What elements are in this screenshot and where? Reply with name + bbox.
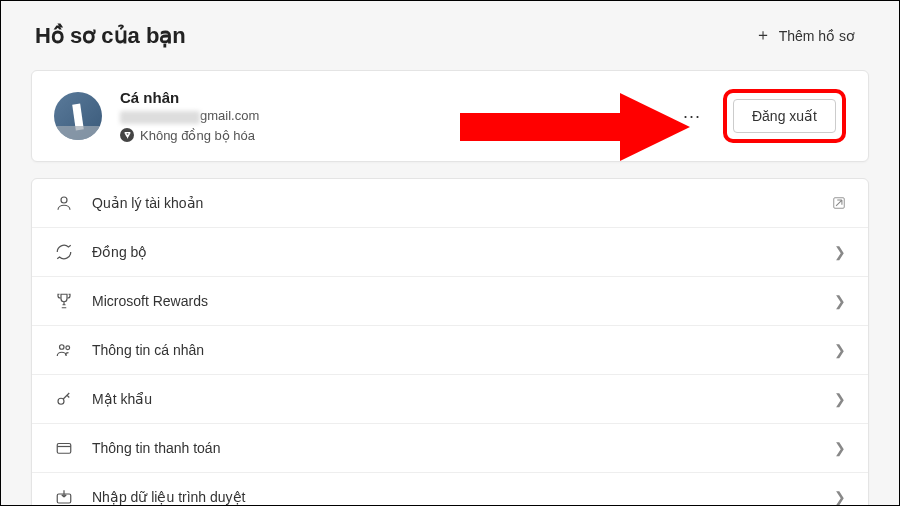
profile-info: Cá nhân gmail.com ⛛ Không đồng bộ hóa [120,89,675,142]
profile-card: Cá nhân gmail.com ⛛ Không đồng bộ hóa ··… [31,70,869,162]
menu-item-password[interactable]: Mật khẩu ❯ [32,375,868,424]
menu-item-sync[interactable]: Đồng bộ ❯ [32,228,868,277]
email-suffix: gmail.com [200,108,259,123]
menu-label: Thông tin cá nhân [92,342,834,358]
chevron-right-icon: ❯ [834,489,846,505]
logout-button[interactable]: Đăng xuất [733,99,836,133]
menu-label: Thông tin thanh toán [92,440,834,456]
svg-point-6 [58,398,64,404]
more-options-button[interactable]: ··· [675,108,709,125]
add-profile-label: Thêm hồ sơ [779,28,855,44]
chevron-right-icon: ❯ [834,440,846,456]
menu-item-rewards[interactable]: Microsoft Rewards ❯ [32,277,868,326]
menu-item-import[interactable]: Nhập dữ liệu trình duyệt ❯ [32,473,868,506]
email-redacted [120,111,200,124]
menu-label: Nhập dữ liệu trình duyệt [92,489,834,505]
contact-icon [54,340,74,360]
menu-label: Microsoft Rewards [92,293,834,309]
chevron-right-icon: ❯ [834,244,846,260]
svg-point-2 [61,197,67,203]
sync-icon [54,242,74,262]
plus-icon: ＋ [755,25,771,46]
person-icon [54,193,74,213]
key-icon [54,389,74,409]
menu-label: Mật khẩu [92,391,834,407]
settings-menu: Quản lý tài khoản Đồng bộ ❯ Microsoft Re… [31,178,869,506]
svg-point-5 [66,346,70,350]
trophy-icon [54,291,74,311]
menu-label: Quản lý tài khoản [92,195,832,211]
menu-label: Đồng bộ [92,244,834,260]
external-link-icon [832,196,846,210]
card-icon [54,438,74,458]
profile-email: gmail.com [120,108,675,123]
menu-item-personal-info[interactable]: Thông tin cá nhân ❯ [32,326,868,375]
chevron-right-icon: ❯ [834,342,846,358]
add-profile-button[interactable]: ＋ Thêm hồ sơ [745,19,865,52]
sync-status-text: Không đồng bộ hóa [140,128,255,143]
import-icon [54,487,74,506]
svg-rect-7 [57,444,71,454]
profile-name: Cá nhân [120,89,675,106]
menu-item-payment[interactable]: Thông tin thanh toán ❯ [32,424,868,473]
menu-item-manage-account[interactable]: Quản lý tài khoản [32,179,868,228]
logout-highlight-annotation: Đăng xuất [723,89,846,143]
sync-status-icon: ⛛ [120,128,134,142]
avatar [54,92,102,140]
chevron-right-icon: ❯ [834,391,846,407]
chevron-right-icon: ❯ [834,293,846,309]
page-title: Hồ sơ của bạn [35,23,186,49]
svg-point-4 [60,345,65,350]
